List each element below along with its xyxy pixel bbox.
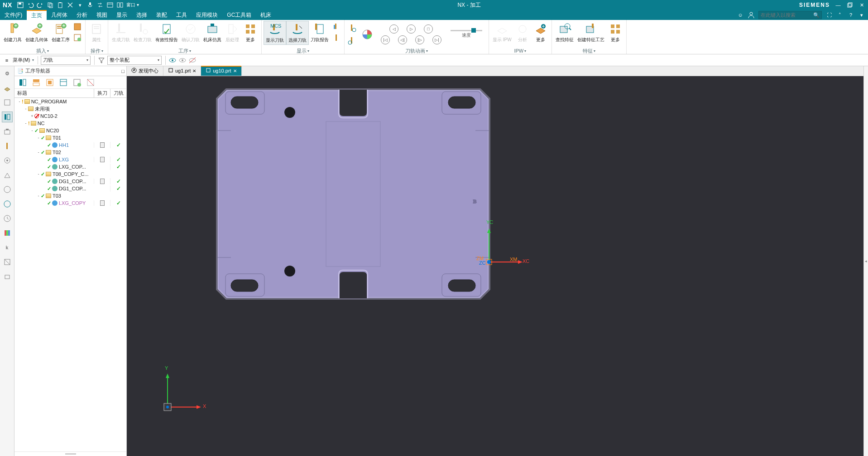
- mic-icon[interactable]: [86, 1, 94, 9]
- tree-twist[interactable]: -: [30, 128, 34, 133]
- user-icon[interactable]: [748, 11, 755, 19]
- step-end-button[interactable]: ▷|: [432, 35, 441, 44]
- step-fwd-button[interactable]: |▷: [415, 35, 424, 44]
- tree-twist[interactable]: +: [30, 114, 34, 118]
- rail-operation-nav-icon[interactable]: [2, 112, 13, 122]
- menu-item-7[interactable]: 装配: [152, 10, 172, 20]
- play-fwd-button[interactable]: ▷: [407, 24, 416, 34]
- menu-item-8[interactable]: 工具: [172, 10, 192, 20]
- select-toolpath-button[interactable]: 选择刀轨: [286, 21, 309, 45]
- rail-geom-icon[interactable]: [2, 155, 13, 166]
- restore-button[interactable]: [846, 1, 854, 9]
- menu-item-10[interactable]: GC工具箱: [222, 10, 256, 20]
- tab-close-icon[interactable]: ✕: [192, 68, 196, 73]
- tree-row[interactable]: -✓T03: [14, 192, 126, 199]
- col-toolpath[interactable]: 刀轨: [110, 89, 126, 97]
- rail-history-icon[interactable]: [2, 213, 13, 224]
- window-dropdown[interactable]: 窗口 ▾: [126, 1, 139, 9]
- feature-more-button[interactable]: 更多: [606, 21, 624, 44]
- menu-item-1[interactable]: 主页: [27, 10, 47, 20]
- show-toolpath-button[interactable]: MCS显示刀轨: [264, 21, 286, 45]
- rail-assembly-icon[interactable]: [2, 97, 13, 108]
- nav-resize-grip[interactable]: [14, 451, 126, 456]
- minimize-button[interactable]: —: [834, 1, 842, 9]
- insert-small-1[interactable]: [72, 22, 82, 32]
- window-icon[interactable]: [106, 1, 114, 9]
- nav-tb-5[interactable]: [72, 77, 82, 88]
- tree-row[interactable]: -✓T01: [14, 134, 126, 141]
- anim-icon-1[interactable]: [347, 23, 357, 33]
- viewport[interactable]: B YC XC ZC XM ZM: [127, 76, 863, 456]
- insert-small-2[interactable]: [72, 33, 82, 43]
- stop-button[interactable]: □: [424, 24, 433, 34]
- menu-item-4[interactable]: 视图: [92, 10, 112, 20]
- step-start-button[interactable]: |◁: [381, 35, 390, 44]
- undo-icon[interactable]: [27, 1, 34, 9]
- sel-icon-1[interactable]: [168, 56, 177, 64]
- anim-icon-2[interactable]: [347, 36, 357, 46]
- close-button[interactable]: ✕: [858, 1, 865, 9]
- sel-icon-3[interactable]: [188, 56, 197, 64]
- rail-machine-icon[interactable]: [2, 126, 13, 137]
- create-geometry-button[interactable]: + 创建几何体: [24, 21, 50, 44]
- rail-palette-icon[interactable]: [2, 228, 13, 238]
- menu-item-3[interactable]: 分析: [72, 10, 92, 20]
- help-icon[interactable]: ?: [847, 11, 854, 19]
- find-feature-button[interactable]: 查找特征: [554, 21, 575, 44]
- command-search-input[interactable]: [761, 12, 813, 18]
- display-small-1[interactable]: [331, 22, 341, 32]
- doc-tab-1[interactable]: ug1.prt✕: [163, 66, 201, 76]
- tree-twist[interactable]: -: [36, 172, 41, 176]
- selection-type-combo[interactable]: 刀轨▾: [41, 56, 91, 65]
- filter-icon[interactable]: [97, 56, 106, 64]
- nav-tb-2[interactable]: [31, 77, 42, 88]
- smiley-icon[interactable]: ☺: [737, 11, 744, 19]
- rail-misc-icon[interactable]: [2, 271, 13, 282]
- rail-view-icon[interactable]: [2, 199, 13, 209]
- copy-icon[interactable]: [47, 1, 54, 9]
- swap-icon[interactable]: [96, 1, 104, 9]
- create-operation-button[interactable]: + 创建工序: [50, 21, 72, 44]
- doc-tab-0[interactable]: 发现中心: [127, 66, 163, 76]
- validity-report-button[interactable]: 有效性报告: [153, 21, 180, 44]
- tree-row[interactable]: -!NC_PROGRAM: [14, 98, 126, 105]
- save-icon[interactable]: [17, 1, 24, 9]
- col-title[interactable]: 标题: [14, 89, 94, 97]
- tree-row[interactable]: +NC10-2: [14, 112, 126, 120]
- tree-row[interactable]: ✓LXG_COPY✓: [14, 199, 126, 207]
- ipw-more-button[interactable]: 更多: [532, 21, 550, 44]
- process-more-button[interactable]: 更多: [241, 21, 259, 44]
- command-search[interactable]: 🔍: [758, 11, 822, 19]
- menu-item-0[interactable]: 文件(F): [0, 10, 27, 20]
- display-small-2[interactable]: [331, 33, 341, 43]
- selmenu-icon[interactable]: ≡: [3, 56, 11, 64]
- menu-item-11[interactable]: 机床: [256, 10, 276, 20]
- layout-icon[interactable]: [116, 1, 124, 9]
- toolpath-report-button[interactable]: 刀轨报告: [309, 21, 331, 44]
- tree-twist[interactable]: -: [24, 107, 28, 111]
- nav-tb-1[interactable]: [17, 77, 28, 88]
- step-back-button[interactable]: ◁|: [398, 35, 407, 44]
- tree-row[interactable]: ✓DG1_COP...✓: [14, 178, 126, 185]
- nav-tb-6[interactable]: [85, 77, 96, 88]
- redo-icon[interactable]: [37, 1, 44, 9]
- touch-icon[interactable]: ▾: [77, 1, 84, 9]
- create-tool-button[interactable]: + 创建刀具: [2, 21, 24, 44]
- speed-slider[interactable]: [451, 30, 482, 31]
- col-toolchange[interactable]: 换刀: [94, 89, 110, 97]
- tree-twist[interactable]: -: [36, 194, 41, 198]
- tree-row[interactable]: ✓HH1✓: [14, 141, 126, 149]
- menu-item-5[interactable]: 显示: [112, 10, 132, 20]
- rail-reuse-icon[interactable]: [2, 257, 13, 267]
- menu-item-6[interactable]: 选择: [132, 10, 152, 20]
- menu-item-2[interactable]: 几何体: [47, 10, 72, 20]
- tree-row[interactable]: -!NC: [14, 120, 126, 127]
- tree-row[interactable]: ✓LXG_COP...✓: [14, 163, 126, 170]
- paste-icon[interactable]: [57, 1, 64, 9]
- doc-tab-2[interactable]: ug10.prt✕: [201, 66, 241, 76]
- sel-icon-2[interactable]: [178, 56, 187, 64]
- assembly-scope-combo[interactable]: 整个装配▾: [107, 56, 162, 65]
- tree-row[interactable]: -✓T02: [14, 149, 126, 156]
- fullscreen-icon[interactable]: ⛶: [825, 11, 833, 19]
- selmenu-label[interactable]: 菜单(M): [13, 57, 30, 63]
